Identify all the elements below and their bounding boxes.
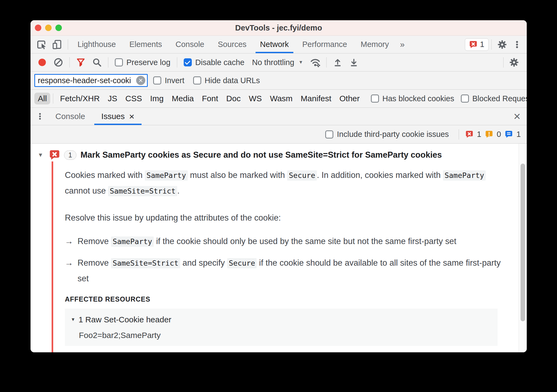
tab-elements[interactable]: Elements: [123, 36, 169, 53]
blocked-requests-label: Blocked Requests: [472, 94, 527, 103]
invert-label: Invert: [165, 76, 184, 85]
preserve-log-checkbox[interactable]: [115, 58, 123, 66]
drawer-menu-button[interactable]: [33, 108, 47, 125]
error-badge-icon: [49, 150, 60, 160]
network-conditions-button[interactable]: [307, 53, 323, 71]
tab-lighthouse[interactable]: Lighthouse: [71, 36, 123, 53]
filter-input[interactable]: [38, 76, 135, 85]
affected-resources-box: ▼ 1 Raw Set-Cookie header Foo2=bar2;Same…: [65, 309, 498, 346]
filter-toggle-button[interactable]: [73, 53, 89, 71]
download-icon: [349, 58, 359, 67]
issue-resolution-intro: Resolve this issue by updating the attri…: [65, 210, 493, 225]
tab-network[interactable]: Network: [253, 36, 296, 53]
chevron-double-right-icon: »: [400, 40, 405, 49]
separator: [53, 93, 53, 104]
include-third-party-label: Include third-party cookie issues: [337, 130, 449, 139]
record-network-log-button[interactable]: [34, 53, 50, 71]
scrollbar-thumb[interactable]: [521, 164, 525, 321]
invert-checkbox[interactable]: [153, 76, 161, 85]
preserve-log-toggle[interactable]: Preserve log: [112, 53, 174, 71]
type-filter-wasm[interactable]: Wasm: [266, 93, 297, 104]
drawer-tabbar: Console Issues × ×: [31, 108, 527, 125]
drawer-tab-issues[interactable]: Issues ×: [93, 108, 143, 125]
more-tabs-button[interactable]: »: [396, 40, 409, 49]
info-count: 1: [516, 130, 521, 139]
type-filter-all[interactable]: All: [34, 93, 50, 104]
issue-error-marker: [52, 161, 53, 352]
resolution-item: → Remove SameParty if the cookie should …: [65, 234, 508, 249]
import-har-button[interactable]: [330, 53, 345, 71]
drawer-tab-console[interactable]: Console: [47, 108, 93, 125]
warning-badge-icon: [485, 130, 493, 138]
separator: [491, 39, 492, 50]
include-third-party-toggle[interactable]: Include third-party cookie issues: [322, 125, 452, 143]
resource-type-filter-row: All Fetch/XHR JS CSS Img Media Font Doc …: [31, 90, 527, 108]
arrow-right-icon: →: [65, 255, 73, 286]
type-filter-other[interactable]: Other: [335, 93, 364, 104]
preserve-log-label: Preserve log: [126, 58, 170, 67]
blocked-requests-checkbox[interactable]: [461, 94, 469, 103]
separator: [326, 57, 327, 67]
type-filter-doc[interactable]: Doc: [222, 93, 245, 104]
tab-performance[interactable]: Performance: [296, 36, 354, 53]
type-filter-font[interactable]: Font: [198, 93, 222, 104]
tab-sources[interactable]: Sources: [211, 36, 253, 53]
expander-triangle-icon[interactable]: ▼: [36, 152, 45, 158]
clear-network-log-button[interactable]: [51, 53, 66, 71]
tab-console[interactable]: Console: [169, 36, 211, 53]
invert-filter-toggle[interactable]: Invert: [150, 72, 188, 89]
blocked-requests-toggle[interactable]: Blocked Requests: [458, 90, 527, 107]
gear-icon: [509, 57, 519, 67]
raw-set-cookie-value: Foo2=bar2;SameParty: [71, 331, 498, 340]
disable-cache-checkbox[interactable]: [184, 58, 192, 66]
type-filter-img[interactable]: Img: [146, 93, 168, 104]
separator: [459, 129, 459, 140]
kebab-menu-icon: [36, 112, 44, 121]
clear-filter-icon[interactable]: ×: [136, 76, 145, 85]
disable-cache-toggle[interactable]: Disable cache: [180, 53, 248, 71]
throttling-select[interactable]: No throttling ▼: [248, 53, 307, 71]
issues-count-button[interactable]: 1: [465, 38, 489, 51]
type-filter-fetch-xhr[interactable]: Fetch/XHR: [56, 93, 104, 104]
window-title: DevTools - jec.fyi/demo: [31, 23, 527, 32]
issue-title: Mark SameParty cookies as Secure and do …: [80, 150, 442, 160]
device-toolbar-icon: [52, 39, 63, 50]
tab-memory[interactable]: Memory: [354, 36, 396, 53]
include-third-party-checkbox[interactable]: [325, 130, 333, 138]
issues-count: 1: [480, 40, 484, 49]
export-har-button[interactable]: [346, 53, 362, 71]
filter-input-box[interactable]: ×: [34, 74, 148, 87]
close-drawer-button[interactable]: ×: [507, 108, 527, 125]
expander-triangle-icon[interactable]: ▼: [71, 317, 75, 322]
close-issues-tab-icon[interactable]: ×: [129, 111, 135, 122]
main-tabbar: Lighthouse Elements Console Sources Netw…: [31, 36, 527, 53]
hide-data-urls-checkbox[interactable]: [193, 76, 201, 85]
record-icon: [38, 58, 47, 67]
type-filter-ws[interactable]: WS: [245, 93, 266, 104]
kebab-menu-icon: [512, 40, 522, 49]
main-menu-button[interactable]: [510, 36, 524, 53]
has-blocked-cookies-toggle[interactable]: Has blocked cookies: [368, 90, 458, 107]
issue-header[interactable]: ▼ 1 Mark SameParty cookies as Secure and…: [31, 144, 519, 160]
type-filter-js[interactable]: JS: [104, 93, 121, 104]
type-filter-media[interactable]: Media: [168, 93, 198, 104]
resource-group-row[interactable]: ▼ 1 Raw Set-Cookie header: [71, 315, 498, 324]
error-count: 1: [477, 130, 481, 139]
inspect-element-button[interactable]: [34, 36, 49, 53]
has-blocked-cookies-checkbox[interactable]: [371, 94, 379, 103]
titlebar: DevTools - jec.fyi/demo: [31, 20, 527, 36]
error-badge-icon: [469, 40, 477, 49]
device-toolbar-button[interactable]: [49, 36, 65, 53]
type-filter-manifest[interactable]: Manifest: [297, 93, 335, 104]
vertical-scrollbar[interactable]: [519, 144, 527, 352]
type-filter-css[interactable]: CSS: [121, 93, 146, 104]
upload-icon: [333, 58, 343, 67]
issue-description: Cookies marked with SameParty must also …: [65, 167, 493, 199]
network-settings-button[interactable]: [506, 53, 522, 71]
search-button[interactable]: [89, 53, 105, 71]
resolution-text: Remove SameParty if the cookie should on…: [78, 234, 456, 249]
hide-data-urls-toggle[interactable]: Hide data URLs: [190, 72, 263, 89]
disable-cache-label: Disable cache: [195, 58, 244, 67]
settings-button[interactable]: [494, 36, 510, 53]
chevron-down-icon: ▼: [298, 60, 303, 65]
